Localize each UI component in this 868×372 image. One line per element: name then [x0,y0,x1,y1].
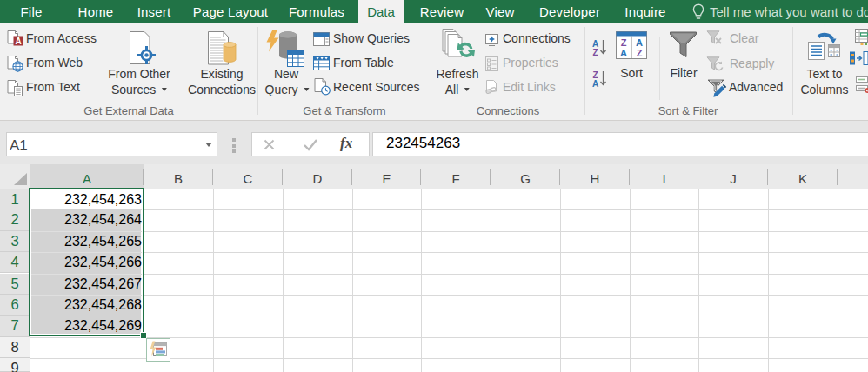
svg-text:Z: Z [637,48,643,58]
svg-text:A: A [636,37,643,48]
svg-text:A: A [15,37,21,46]
svg-text:A: A [592,79,598,88]
svg-text:Z: Z [592,48,598,56]
svg-text:Z: Z [621,37,627,48]
svg-text:A: A [620,48,627,58]
